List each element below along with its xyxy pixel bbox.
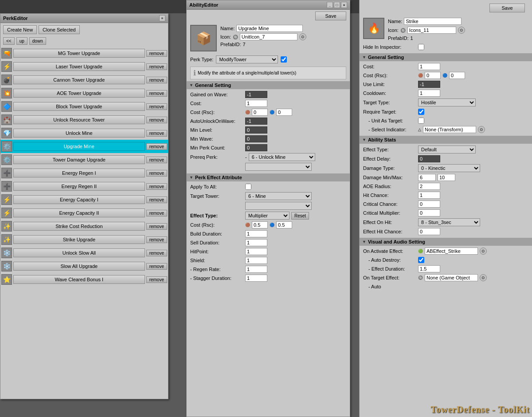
perk-remove-button[interactable]: remove (146, 90, 167, 97)
perk-remove-button[interactable]: remove (146, 183, 167, 190)
perk-list-item[interactable]: 💥AOE Tower Upgraderemove (0, 87, 168, 100)
target-type-select[interactable]: Hostile Friendly All (418, 98, 476, 106)
perk-list-item[interactable]: ⚡Energy Capacity Iremove (0, 193, 168, 206)
perk-type-select[interactable]: ModifyTower UnlockTower ModifyEnergy (216, 55, 278, 63)
ability-name-input[interactable] (236, 25, 303, 32)
perk-list-item[interactable]: ❄️Unlock Slow Allremove (0, 246, 168, 260)
perk-remove-button[interactable]: remove (146, 276, 167, 283)
ability-close-icon[interactable]: × (341, 2, 347, 8)
nav-down-button[interactable]: down (29, 37, 46, 45)
perk-item-name[interactable]: Unlock Slow All (13, 248, 145, 257)
right-cost-rsc-val1[interactable] (425, 72, 441, 79)
perk-list-item[interactable]: ⚙️Tower Damage Upgraderemove (0, 153, 168, 166)
perk-item-name[interactable]: AOE Tower Upgrade (13, 89, 145, 98)
critical-multiplier-input[interactable] (418, 209, 440, 216)
effect-duration-input[interactable] (418, 265, 440, 272)
ability-cost-input[interactable] (245, 100, 267, 107)
nav-back-button[interactable]: << (3, 37, 15, 45)
perk-item-name[interactable]: MG Tower Upgrade (13, 49, 145, 58)
perk-list-item[interactable]: ⚡Energy Capacity IIremove (0, 206, 168, 220)
prereq-extra-select[interactable] (245, 163, 312, 171)
perk-list-item[interactable]: ⭐Wave Cleared Bonus Iremove (0, 273, 168, 286)
target-tower-extra-select[interactable] (245, 202, 312, 210)
sell-duration-input[interactable] (245, 239, 267, 246)
use-limit-input[interactable] (418, 81, 440, 88)
perk-item-name[interactable]: Strike Upgrade (13, 235, 145, 244)
damage-max-input[interactable] (438, 174, 455, 181)
require-target-checkbox[interactable] (418, 109, 424, 115)
min-perk-count-input[interactable] (245, 144, 267, 151)
prereq-perk-select[interactable]: 6 - Unlock Mine None (249, 153, 315, 161)
perk-item-name[interactable]: Energy Regen II (13, 182, 145, 191)
perk-list-item[interactable]: ✨Strike Upgraderemove (0, 233, 168, 246)
unit-as-target-checkbox[interactable] (418, 118, 424, 124)
right-cost-input[interactable] (418, 63, 440, 70)
min-level-input[interactable] (245, 126, 267, 134)
perk-remove-button[interactable]: remove (146, 130, 167, 137)
indicator-circle-btn[interactable]: ⊙ (478, 126, 485, 133)
cooldown-input[interactable] (418, 90, 440, 97)
perk-list-item[interactable]: 💎Unlock Mineremove (0, 126, 168, 140)
on-target-input[interactable] (425, 274, 478, 281)
damage-min-input[interactable] (418, 174, 436, 181)
effect-on-hit-select[interactable]: 8 - Stun_3sec None (418, 218, 480, 226)
perk-remove-button[interactable]: remove (146, 50, 167, 57)
ability-icon-input[interactable] (240, 33, 297, 40)
ability-min-icon[interactable]: _ (327, 2, 333, 8)
target-circle-btn[interactable]: ⊙ (480, 274, 487, 281)
stagger-duration-input[interactable] (245, 275, 267, 282)
perk-list-item[interactable]: ➕Energy Regen IIremove (0, 180, 168, 193)
gained-on-wave-input[interactable] (245, 91, 267, 98)
effect-cost-val1[interactable] (252, 221, 268, 228)
shield-input[interactable] (245, 257, 267, 264)
right-effect-type-select[interactable]: Default AOE Single (418, 146, 476, 153)
right-icon-input[interactable] (407, 27, 456, 34)
perk-editor-settings-icon[interactable]: ≡ (159, 15, 165, 21)
apply-to-all-checkbox[interactable] (245, 184, 251, 190)
regen-rate-input[interactable] (245, 266, 267, 273)
perk-item-name[interactable]: Unlock Mine (13, 129, 145, 138)
perk-remove-button[interactable]: remove (146, 157, 167, 163)
perk-item-name[interactable]: Unlock Resource Tower (13, 115, 145, 124)
perk-remove-button[interactable]: remove (146, 117, 167, 123)
ability-icon-circle-btn[interactable]: ⊙ (299, 33, 306, 40)
perk-remove-button[interactable]: remove (146, 197, 167, 203)
select-indicator-input[interactable] (423, 126, 476, 133)
target-tower-select[interactable]: 6 - Mine None (245, 192, 312, 200)
perk-list-item[interactable]: ➕Energy Regen Iremove (0, 166, 168, 180)
perk-list-item[interactable]: 🔫MG Tower Upgraderemove (0, 47, 168, 60)
perk-item-name[interactable]: Block Tower Upgrade (13, 102, 145, 111)
nav-up-button[interactable]: up (16, 37, 27, 45)
perk-list-item[interactable]: ❄️Slow All Upgraderemove (0, 260, 168, 273)
perk-remove-button[interactable]: remove (146, 143, 167, 150)
effect-hit-chance-input[interactable] (418, 228, 440, 235)
perk-list-item[interactable]: ⚡Laser Tower Upgraderemove (0, 60, 168, 73)
damage-type-select[interactable]: 0 - Kinectic 1 - Energy 2 - Explosive (418, 164, 480, 172)
create-new-button[interactable]: Create New (3, 25, 37, 34)
critical-chance-input[interactable] (418, 201, 440, 208)
perk-list-item[interactable]: ✨Strike Cost Reductionremove (0, 220, 168, 233)
right-icon-circle-btn[interactable]: ⊙ (458, 27, 465, 34)
perk-list-item[interactable]: 🏰Unlock Resource Towerremove (0, 113, 168, 126)
perk-remove-button[interactable]: remove (146, 77, 167, 83)
min-wave-input[interactable] (245, 135, 267, 142)
effect-delay-input[interactable] (418, 155, 440, 162)
perk-item-name[interactable]: Strike Cost Reduction (13, 222, 145, 231)
aoe-radius-input[interactable] (418, 183, 440, 190)
perk-remove-button[interactable]: remove (146, 223, 167, 230)
perk-remove-button[interactable]: remove (146, 170, 167, 177)
perk-list-item[interactable]: 🔷Block Tower Upgraderemove (0, 100, 168, 113)
perk-remove-button[interactable]: remove (146, 250, 167, 256)
build-duration-input[interactable] (245, 230, 267, 237)
perk-remove-button[interactable]: remove (146, 63, 167, 70)
clone-selected-button[interactable]: Clone Selected (39, 25, 80, 34)
perk-remove-button[interactable]: remove (146, 263, 167, 270)
effect-type-select[interactable]: Multiplier Flat Override (245, 212, 289, 220)
right-name-input[interactable] (404, 18, 462, 25)
activate-circle-btn[interactable]: ⊙ (480, 248, 487, 255)
on-activate-input[interactable] (425, 248, 478, 255)
auto-unlock-input[interactable] (245, 118, 267, 125)
right-save-button[interactable]: Save (489, 4, 525, 12)
perk-item-name[interactable]: Energy Capacity II (13, 208, 145, 217)
perk-item-name[interactable]: Tower Damage Upgrade (13, 155, 145, 164)
